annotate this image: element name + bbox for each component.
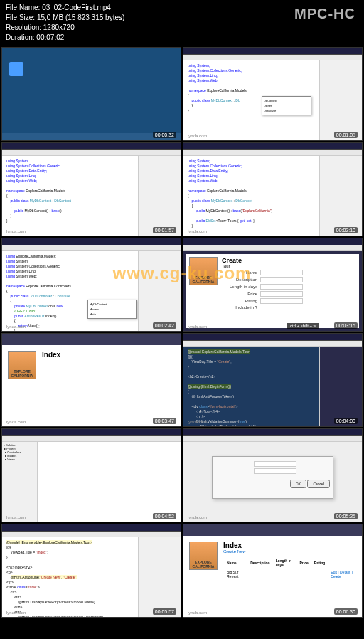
timestamp: 00:00:32 [153,132,176,138]
timestamp: 00:03:15 [334,322,358,329]
thumb-dialog[interactable]: OK Cancel lynda.com 00:05:25 [183,428,363,522]
thumb-desktop[interactable]: 00:00:32 [1,47,181,141]
thumb-code-razor-index[interactable]: @model IEnumerable<ExploreCalifornia.Mod… [1,524,181,618]
thumb-code-1[interactable]: using System; using System.Collections.G… [183,47,363,141]
thumb-code-4[interactable]: using ExploreCalifornia.Models; using Sy… [1,238,181,332]
create-new-link[interactable]: Create New [223,549,246,554]
thumbnail-grid: 00:00:32 using System; using System.Coll… [0,46,364,619]
desc-input[interactable] [260,277,303,282]
player-watermark: MPC-HC [294,6,355,22]
thumb-code-2[interactable]: using System; using System.Collections.G… [1,142,181,236]
cancel-button[interactable]: Cancel [307,480,330,488]
timestamp: 00:05:25 [334,513,358,519]
timestamp: 00:04:00 [334,418,358,424]
name-input[interactable] [260,270,303,275]
file-info-header: MPC-HC File Name: 03_02-CodeFirst.mp4 Fi… [0,0,364,46]
thumb-code-3[interactable]: using System; using System.Collections.G… [183,142,363,236]
ok-button[interactable]: OK [290,480,306,488]
timestamp: 00:01:05 [334,132,358,138]
price-input[interactable] [260,291,303,297]
california-logo: EXPLORE CALIFORNIA [189,257,218,285]
california-logo: EXPLORE CALIFORNIA [189,542,218,570]
timestamp: 00:06:30 [334,608,358,615]
thumb-vs-empty[interactable]: ▸ Solution ▸ Project ▸ Controllers ▸ Mod… [1,428,181,522]
timestamp: 00:05:57 [153,608,176,615]
thumb-code-razor-create[interactable]: @model ExploreCalifornia.Models.Tour @{ … [183,333,363,427]
timestamp: 00:04:52 [153,513,176,519]
timestamp: 00:02:42 [153,322,176,329]
length-input[interactable] [260,284,303,290]
timestamp: 00:03:47 [153,418,176,424]
timestamp: 00:01:57 [153,227,176,233]
shortcut-hint: ctrl + shift + w [287,323,319,329]
rating-input[interactable] [260,298,303,304]
thumb-browser-create[interactable]: EXPLORE CALIFORNIA Create Tour Name Desc… [183,238,363,332]
timestamp: 00:02:10 [334,227,358,233]
thumb-browser-index[interactable]: EXPLORE CALIFORNIA Index lynda.com 00:03… [1,333,181,427]
california-logo: EXPLORE CALIFORNIA [8,351,36,379]
thumb-browser-index-table[interactable]: EXPLORE CALIFORNIA Index Create New Name… [183,524,363,618]
